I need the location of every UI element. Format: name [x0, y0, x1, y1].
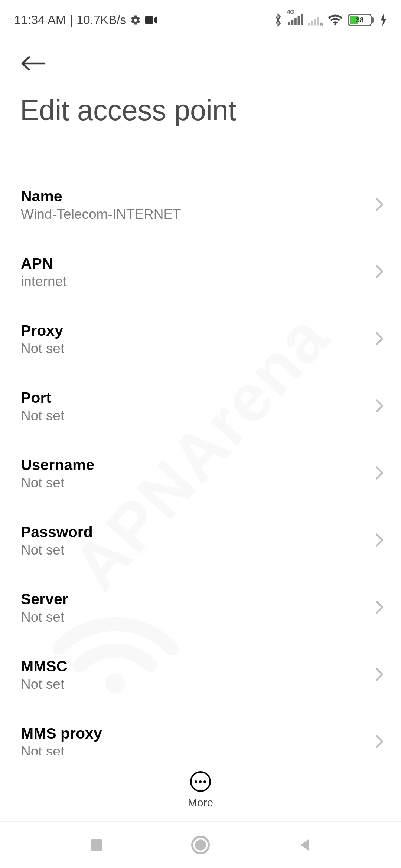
setting-label: MMS proxy	[21, 725, 102, 742]
signal-4g-icon: 4G	[288, 14, 303, 26]
svg-rect-3	[294, 18, 297, 25]
svg-rect-5	[301, 14, 303, 25]
setting-label: Proxy	[21, 322, 64, 339]
chevron-right-icon	[375, 332, 384, 347]
setting-value: Not set	[21, 677, 67, 692]
status-time: 11:34 AM	[14, 13, 66, 27]
chevron-right-icon	[375, 600, 384, 616]
svg-rect-1	[288, 22, 290, 25]
setting-value: Not set	[21, 408, 64, 424]
setting-value: Wind-Telecom-INTERNET	[21, 207, 181, 222]
setting-value: Not set	[21, 341, 64, 356]
svg-rect-6	[308, 23, 310, 25]
more-label: More	[188, 796, 213, 809]
wifi-icon	[328, 14, 343, 26]
system-nav-bar	[0, 822, 401, 868]
nav-home-button[interactable]	[188, 832, 213, 858]
setting-row-username[interactable]: Username Not set	[0, 440, 401, 507]
status-separator: |	[69, 13, 73, 27]
svg-rect-8	[314, 19, 316, 25]
setting-label: Server	[21, 591, 68, 608]
svg-rect-4	[298, 16, 300, 24]
svg-rect-7	[311, 20, 313, 25]
svg-point-14	[195, 839, 206, 851]
status-right: 4G 38	[274, 13, 387, 27]
app-bar	[0, 35, 401, 90]
setting-label: Password	[21, 523, 93, 541]
charging-icon	[380, 14, 387, 26]
battery-indicator: 38	[348, 14, 374, 26]
setting-row-password[interactable]: Password Not set	[0, 507, 401, 574]
setting-label: Port	[21, 389, 64, 407]
svg-rect-0	[145, 16, 153, 24]
svg-rect-12	[91, 839, 102, 850]
settings-scroll-area[interactable]: Name Wind-Telecom-INTERNET APN internet …	[0, 131, 401, 782]
chevron-right-icon	[375, 264, 384, 280]
setting-label: APN	[21, 255, 66, 272]
bluetooth-icon	[274, 13, 283, 27]
svg-rect-2	[291, 20, 294, 24]
chevron-right-icon	[375, 399, 384, 414]
setting-label: MMSC	[21, 658, 67, 675]
nav-back-button[interactable]	[291, 832, 317, 858]
setting-row-proxy[interactable]: Proxy Not set	[0, 306, 401, 373]
chevron-right-icon	[375, 197, 384, 213]
signal-nosim-icon	[308, 14, 323, 26]
battery-percent: 38	[349, 16, 371, 24]
nav-recent-button[interactable]	[84, 832, 110, 858]
net-label: 4G	[287, 9, 294, 15]
setting-row-port[interactable]: Port Not set	[0, 373, 401, 440]
status-left: 11:34 AM | 10.7KB/s	[14, 13, 157, 27]
chevron-right-icon	[375, 734, 384, 750]
more-icon	[190, 771, 211, 792]
setting-row-mmsc[interactable]: MMSC Not set	[0, 641, 401, 708]
setting-row-name[interactable]: Name Wind-Telecom-INTERNET	[0, 171, 401, 239]
svg-rect-9	[317, 16, 319, 25]
setting-label: Name	[21, 188, 181, 205]
gear-icon	[130, 14, 141, 26]
camera-icon	[145, 16, 157, 24]
back-button[interactable]	[19, 56, 48, 71]
chevron-right-icon	[375, 667, 384, 683]
setting-row-apn[interactable]: APN internet	[0, 239, 401, 306]
status-net-speed: 10.7KB/s	[76, 13, 126, 27]
page-title: Edit access point	[0, 90, 401, 131]
settings-list: Name Wind-Telecom-INTERNET APN internet …	[0, 171, 401, 776]
status-bar: 11:34 AM | 10.7KB/s 4G 38	[0, 0, 401, 35]
setting-row-server[interactable]: Server Not set	[0, 574, 401, 641]
setting-label: Username	[21, 456, 94, 474]
setting-value: Not set	[21, 475, 94, 491]
setting-value: Not set	[21, 542, 93, 558]
setting-value: internet	[21, 274, 66, 289]
more-button[interactable]: More	[188, 771, 213, 809]
chevron-right-icon	[375, 466, 384, 481]
action-bar: More	[0, 755, 401, 822]
setting-value: Not set	[21, 609, 68, 625]
chevron-right-icon	[375, 533, 384, 549]
